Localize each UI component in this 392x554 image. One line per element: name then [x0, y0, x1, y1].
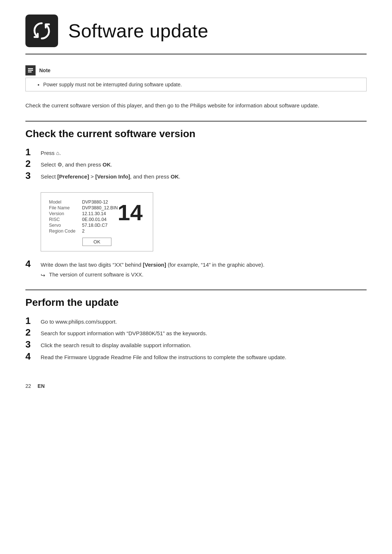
page-title: Software update — [68, 20, 208, 42]
svg-rect-2 — [28, 71, 32, 73]
update-step-4: 4 Read the Firmware Upgrade Readme File … — [25, 352, 367, 362]
note-label: Note — [39, 67, 50, 73]
section-check-title: Check the current software version — [25, 128, 367, 140]
update-step-3: 3 Click the search result to display ava… — [25, 340, 367, 350]
note-section: Note Power supply must not be interrupte… — [25, 65, 367, 91]
arrow-icon: ↪ — [41, 271, 45, 279]
label-filename: File Name — [49, 205, 82, 211]
check-step-1: 1 Press ⌂. — [25, 148, 367, 157]
section-check: Check the current software version 1 Pre… — [25, 121, 367, 279]
table-row: File Name DVP3880_12.BIN — [49, 205, 120, 211]
update-step-1: 1 Go to www.philips.com/support. — [25, 316, 367, 326]
update-step-3-text: Click the search result to display avail… — [41, 340, 191, 350]
check-step-3: 3 Select [Preference] > [Version Info], … — [25, 171, 367, 181]
note-icon — [25, 65, 36, 75]
update-step-2-text: Search for support information with “DVP… — [41, 328, 207, 338]
page-header: Software update — [25, 15, 367, 54]
update-step-2: 2 Search for support information with “D… — [25, 328, 367, 338]
header-icon-box — [25, 15, 58, 47]
check-steps: 1 Press ⌂. 2 Select ⚙, and then press OK… — [25, 148, 367, 181]
table-row: Version 12.11.30.14 — [49, 211, 120, 217]
screenshot-big-number: 14 — [118, 201, 143, 224]
page-number: 22 — [25, 383, 31, 389]
step-4-sub-text: The version of current software is VXX. — [49, 271, 143, 278]
note-box: Power supply must not be interrupted dur… — [25, 78, 367, 91]
table-row: Servo 57.18.0D.C7 — [49, 222, 120, 228]
note-header: Note — [25, 65, 367, 75]
value-servo: 57.18.0D.C7 — [82, 222, 120, 228]
lines-icon — [27, 67, 34, 74]
page-footer: 22 EN — [25, 383, 367, 389]
table-row: Region Code 2 — [49, 228, 120, 234]
screenshot-ok-button: OK — [82, 238, 111, 246]
update-step-1-text: Go to www.philips.com/support. — [41, 316, 117, 326]
value-version: 12.11.30.14 — [82, 211, 120, 217]
value-filename: DVP3880_12.BIN — [82, 205, 120, 211]
check-step-4-text: Write down the last two digits “XX” behi… — [41, 259, 265, 269]
note-list: Power supply must not be interrupted dur… — [36, 82, 360, 87]
check-step-4: 4 Write down the last two digits “XX” be… — [25, 259, 367, 269]
label-region: Region Code — [49, 228, 82, 234]
value-risc: 0E.00.01.04 — [82, 217, 120, 222]
value-region: 2 — [82, 228, 120, 234]
table-row: RISC 0E.00.01.04 — [49, 217, 120, 222]
check-step-3-text: Select [Preference] > [Version Info], an… — [41, 171, 180, 181]
update-steps: 1 Go to www.philips.com/support. 2 Searc… — [25, 316, 367, 361]
table-row: Model DVP3880-12 — [49, 199, 120, 205]
section-update: Perform the update 1 Go to www.philips.c… — [25, 290, 367, 361]
label-model: Model — [49, 199, 82, 205]
screenshot-table: Model DVP3880-12 File Name DVP3880_12.BI… — [49, 199, 120, 234]
page-language: EN — [38, 383, 45, 389]
svg-rect-1 — [28, 70, 33, 71]
label-servo: Servo — [49, 222, 82, 228]
update-step-4-text: Read the Firmware Upgrade Readme File an… — [41, 352, 286, 362]
label-version: Version — [49, 211, 82, 217]
intro-text: Check the current software version of th… — [25, 102, 367, 110]
label-risc: RISC — [49, 217, 82, 222]
check-step-2: 2 Select ⚙, and then press OK. — [25, 159, 367, 169]
section-update-title: Perform the update — [25, 297, 367, 308]
check-step-4-sub: ↪ The version of current software is VXX… — [41, 271, 367, 279]
svg-rect-0 — [28, 68, 33, 69]
check-step-1-text: Press ⌂. — [41, 148, 61, 157]
value-model: DVP3880-12 — [82, 199, 120, 205]
check-step-4-block: 4 Write down the last two digits “XX” be… — [25, 259, 367, 279]
check-step-2-text: Select ⚙, and then press OK. — [41, 159, 112, 169]
note-item: Power supply must not be interrupted dur… — [43, 82, 360, 87]
screenshot-box: Model DVP3880-12 File Name DVP3880_12.BI… — [41, 192, 153, 251]
update-icon — [31, 20, 52, 41]
